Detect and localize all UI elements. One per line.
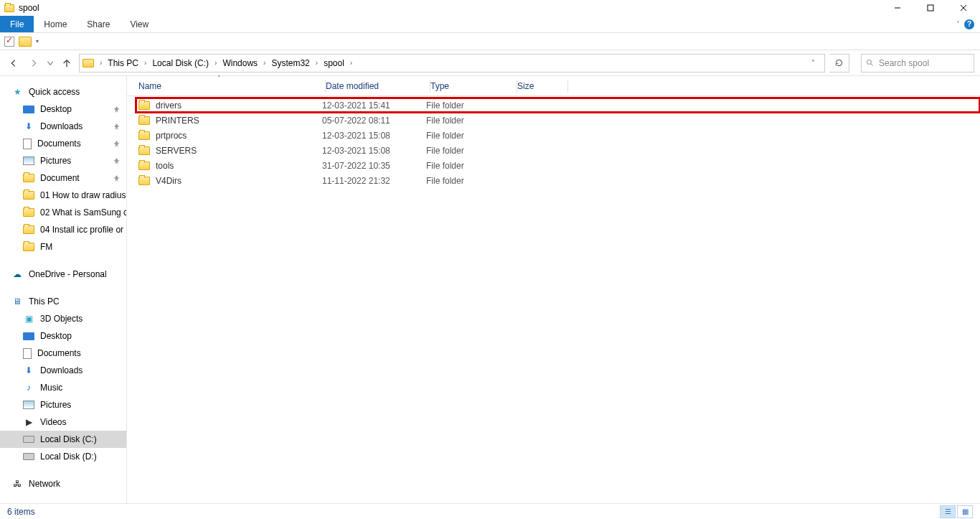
crumb-this-pc[interactable]: This PC [105,55,141,72]
sidebar-item[interactable]: Documents [0,345,126,362]
tab-home[interactable]: Home [34,16,77,32]
document-icon [23,348,32,359]
sidebar-item-label: 3D Objects [40,314,83,324]
tab-file[interactable]: File [0,16,34,32]
tab-share[interactable]: Share [77,16,120,32]
search-icon [866,59,875,67]
file-date: 12-03-2021 15:41 [322,100,426,111]
address-bar[interactable]: › This PC › Local Disk (C:) › Windows › … [79,54,825,73]
sidebar-network[interactable]: 🖧 Network [0,475,126,492]
sidebar-item[interactable]: Pictures [0,152,126,169]
sidebar-item[interactable]: Local Disk (D:) [0,448,126,465]
sidebar-item[interactable]: Desktop [0,327,126,345]
sidebar-item[interactable]: Desktop [0,100,126,118]
folder-row[interactable]: PRINTERS05-07-2022 08:11File folder [136,113,980,128]
nav-forward-button[interactable] [26,55,42,71]
file-name: drivers [156,100,182,111]
sidebar-item[interactable]: 02 What is SamSung c [0,204,126,221]
folder-icon [23,225,34,234]
folder-icon [23,191,34,200]
crumb-sep-icon[interactable]: › [143,59,148,67]
folder-row[interactable]: drivers12-03-2021 15:41File folder [136,98,980,113]
refresh-button[interactable] [829,54,849,73]
cloud-icon: ☁ [11,268,23,280]
address-history-dropdown[interactable]: ˅ [804,55,821,72]
column-type[interactable]: Type [430,81,517,91]
sidebar-item-label: Network [29,479,60,489]
sidebar-item[interactable]: Local Disk (C:) [0,431,126,448]
tab-view[interactable]: View [120,16,159,32]
sidebar-item[interactable]: ♪Music [0,379,126,396]
file-name: PRINTERS [156,116,199,126]
desktop-icon [23,106,34,113]
maximize-button[interactable] [914,0,947,16]
folder-icon [23,174,34,182]
column-size[interactable]: Size [517,81,567,91]
svg-line-5 [871,63,873,65]
column-date-modified[interactable]: Date modified [326,81,430,91]
folder-row[interactable]: V4Dirs11-11-2022 21:32File folder [136,173,980,188]
nav-pane: ★ Quick access Desktop⬇DownloadsDocument… [0,76,126,503]
window-controls [881,0,980,16]
sidebar-item[interactable]: ▣3D Objects [0,310,126,327]
title-bar: spool [0,0,980,16]
sidebar-item[interactable]: ⬇Downloads [0,362,126,379]
sidebar-item[interactable]: Documents [0,135,126,152]
view-large-icons-button[interactable]: ▦ [957,505,973,518]
crumb-spool[interactable]: spool [321,55,347,72]
address-folder-icon [83,59,94,67]
pin-icon [113,106,121,113]
sidebar-item[interactable]: Document [0,169,126,187]
crumb-system32[interactable]: System32 [268,55,312,72]
nav-back-button[interactable] [6,55,22,71]
crumb-sep-icon[interactable]: › [213,59,218,67]
sidebar-item[interactable]: 01 How to draw radius [0,187,126,204]
sidebar-item-label: FM [40,242,52,252]
search-box[interactable]: Search spool [861,54,974,73]
sidebar-item-label: Videos [40,417,66,427]
crumb-local-disk-c[interactable]: Local Disk (C:) [149,55,212,72]
sidebar-onedrive[interactable]: ☁ OneDrive - Personal [0,266,126,283]
crumb-sep-icon[interactable]: › [349,59,354,67]
download-icon: ⬇ [23,365,34,376]
nav-recent-dropdown[interactable] [46,55,55,71]
ribbon-expand-icon[interactable]: ˅ [956,20,960,28]
disk-icon [23,436,34,443]
sidebar-item[interactable]: 04 Install icc profile or [0,221,126,238]
sidebar-item[interactable]: FM [0,238,126,256]
3d-objects-icon: ▣ [23,313,34,324]
qat-newfolder-icon[interactable] [19,37,32,47]
window-title: spool [19,3,39,13]
search-placeholder: Search spool [879,58,929,68]
sidebar-item[interactable]: ▶Videos [0,413,126,431]
view-details-button[interactable]: ☰ [940,505,956,518]
file-type: File folder [426,161,512,171]
qat-properties-icon[interactable] [4,37,14,47]
sidebar-item-label: 04 Install icc profile or [40,225,123,235]
column-name[interactable]: Name ˄ [138,81,325,91]
file-date: 12-03-2021 15:08 [322,131,426,141]
sidebar-item[interactable]: ⬇Downloads [0,118,126,135]
window-folder-icon [4,4,14,12]
sidebar-item-label: Documents [37,139,81,149]
file-list: drivers12-03-2021 15:41File folderPRINTE… [127,96,980,188]
crumb-sep-icon[interactable]: › [98,59,103,67]
folder-row[interactable]: SERVERS12-03-2021 15:08File folder [136,143,980,158]
crumb-sep-icon[interactable]: › [314,59,319,67]
folder-row[interactable]: prtprocs12-03-2021 15:08File folder [136,128,980,143]
pin-icon [113,140,121,148]
content-pane: Name ˄ Date modified Type Size drivers12… [126,76,980,503]
close-button[interactable] [947,0,980,16]
qat-dropdown-icon[interactable]: ▾ [36,38,39,45]
sidebar-item-label: Downloads [40,365,83,375]
crumb-sep-icon[interactable]: › [262,59,267,67]
crumb-windows[interactable]: Windows [220,55,260,72]
minimize-button[interactable] [881,0,914,16]
nav-up-button[interactable] [59,55,75,71]
folder-row[interactable]: tools31-07-2022 10:35File folder [136,158,980,173]
sidebar-item-label: 01 How to draw radius [40,190,126,200]
sidebar-quick-access[interactable]: ★ Quick access [0,83,126,100]
sidebar-this-pc[interactable]: 🖥 This PC [0,293,126,310]
help-icon[interactable]: ? [964,19,974,29]
sidebar-item[interactable]: Pictures [0,396,126,413]
